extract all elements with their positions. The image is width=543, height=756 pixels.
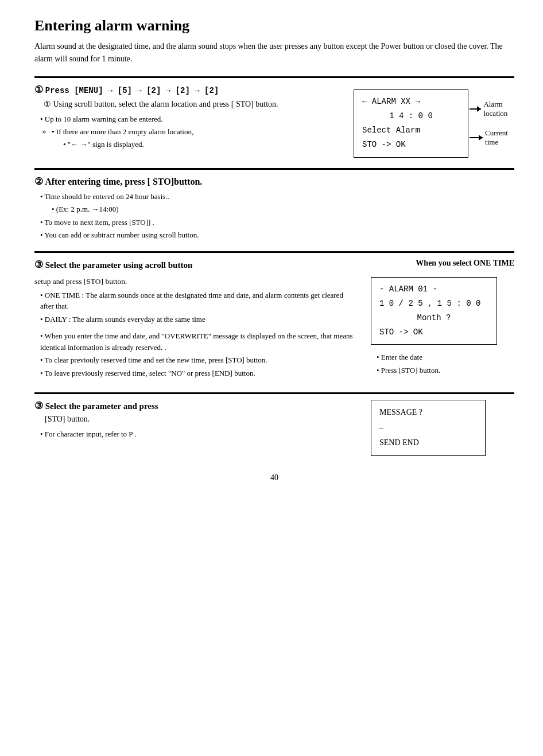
section-3: ③ Select the parameter using acroll butt… [34,251,514,383]
lcd-display-1: ← ALARM XX → 1 4 : 0 0 Select Alarm STO … [354,89,468,158]
section-1: ① Press [MENU] → [5] → [2] → [2] → [2] ①… [34,76,514,158]
section1-sub: ① Using scroll button, select the alarm … [44,99,342,109]
alarm-location-label: Alarm location [483,100,514,118]
section1-right: ← ALARM XX → 1 4 : 0 0 Select Alarm STO … [354,84,514,158]
lcd-line2: 1 4 : 0 0 [362,109,460,123]
bullet-item: If there are more than 2 empty alarm loc… [52,126,342,138]
section3-bullets: ONE TIME : The alarm sounds once at the … [34,290,354,325]
section-2: ② After entering time, press [ STO]butto… [34,168,514,241]
section4-title-text: Select the parameter and press [45,402,158,411]
section4-body: [STO] button. [45,415,354,424]
message-line2: – [379,420,477,436]
current-time-arrow [470,137,483,138]
current-time-label-row: Current time [470,128,514,147]
lcd2-line4: STO -> OK [379,325,488,340]
bullet-item: Press [STO] button. [377,365,514,376]
section3-right-bullets: Enter the date Press [STO] button. [371,352,514,376]
lcd-line4: STO -> OK [362,138,460,152]
lcd-line1: ← ALARM XX → [362,95,460,109]
lcd-line3: Select Alarm [362,123,460,138]
page-title: Entering alarm warning [34,17,514,34]
section4-bullets: For character input, refer to P . [34,428,354,440]
bullet-item: ONE TIME : The alarm sounds once at the … [40,290,354,312]
bullet-item: To clear previouly reserved time and set… [40,354,354,366]
section3-title-left: ③ Select the parameter using acroll butt… [34,259,192,271]
section3-col-left: setup and press [STO] button. ONE TIME :… [34,277,354,383]
bullet-item: For character input, refer to P . [40,428,354,440]
section4-two-col: ③ Select the parameter and press [STO] b… [34,400,514,456]
section1-left: ① Press [MENU] → [5] → [2] → [2] → [2] ①… [34,84,342,154]
page-number: 40 [34,473,514,482]
section4-col-right: MESSAGE ? – SEND END [371,400,514,456]
intro-text: Alarm sound at the designated time, and … [34,40,514,66]
message-line3: SEND END [379,435,477,451]
section-4: ③ Select the parameter and press [STO] b… [34,392,514,456]
lcd2-line2: 1 0 / 2 5 , 1 5 : 0 0 [379,297,488,311]
lcd-display-2: - ALARM 01 - 1 0 / 2 5 , 1 5 : 0 0 Month… [371,277,497,345]
bullet-item: Time should be entered on 24 hour basis.… [40,191,514,202]
section2-title: ② After entering time, press [ STO]butto… [34,176,514,188]
message-line1: MESSAGE ? [379,405,477,420]
lcd2-line1: - ALARM 01 - [379,282,488,297]
lcd2-line3: Month ? [379,311,488,325]
bullet-item: When you enter the time and date, and "O… [40,330,354,353]
bullet-item: To move to next item, press [STO]] . [40,217,514,228]
alarm-location-arrow [470,108,481,110]
bullet-item: "← →" sign is displayed. [52,139,342,150]
current-time-label: Current time [485,128,514,147]
bullet-item: Up to 10 alarm warning can be entered. [40,114,342,125]
section3-col-right: - ALARM 01 - 1 0 / 2 5 , 1 5 : 0 0 Month… [371,277,514,380]
section4-col-left: ③ Select the parameter and press [STO] b… [34,400,354,443]
message-box: MESSAGE ? – SEND END [371,400,486,456]
section3-title-right: When you select ONE TIME [416,259,514,268]
section1-bullets: Up to 10 alarm warning can be entered. I… [34,114,342,150]
section3-two-col: setup and press [STO] button. ONE TIME :… [34,277,514,383]
section3-title-left-text: Select the parameter using acroll button [45,260,193,270]
section3-body2: When you enter the time and date, and "O… [34,330,354,379]
bullet-item: (Ex: 2 p.m. →14:00) [40,204,514,215]
section1-step: ① Press [MENU] → [5] → [2] → [2] → [2] [34,84,342,96]
section2-bullets: Time should be entered on 24 hour basis.… [34,191,514,241]
bullet-item: Enter the date [377,352,514,363]
bullet-item: DAILY : The alarm sounds everyday at the… [40,314,354,325]
bullet-item: To leave previously reserved time, selec… [40,368,354,379]
section3-body1: setup and press [STO] button. [34,277,354,286]
section2-title-text: After entering time, press [ STO]button. [45,177,202,186]
bullet-item: You can add or subtract number using scr… [40,229,514,241]
section4-title: ③ Select the parameter and press [34,400,354,412]
alarm-location-label-row: Alarm location [470,100,514,118]
section1-instruction: Press [MENU] → [5] → [2] → [2] → [2] [45,86,219,95]
